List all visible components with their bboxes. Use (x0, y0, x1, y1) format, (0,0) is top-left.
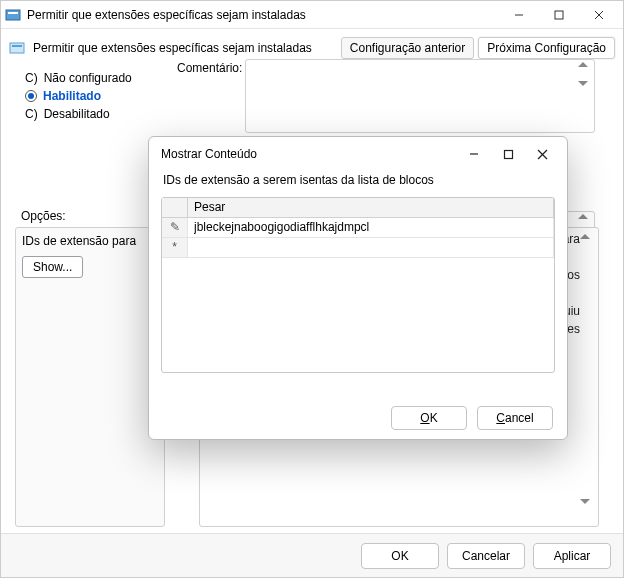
row-edit-marker: ✎ (162, 218, 188, 237)
scroll-up-icon[interactable] (580, 234, 590, 239)
show-contents-dialog: Mostrar Conteúdo IDs de extensão a serem… (148, 136, 568, 440)
ok-button[interactable]: OK (361, 543, 439, 569)
radio-disabled-label: Desabilitado (44, 107, 110, 121)
show-button[interactable]: Show... (22, 256, 83, 278)
svg-rect-3 (555, 11, 563, 19)
minimize-button[interactable] (499, 3, 539, 27)
dialog-maximize-button[interactable] (491, 141, 525, 167)
value-input[interactable] (194, 220, 547, 234)
dialog-close-button[interactable] (525, 141, 559, 167)
radio-enabled-dot (25, 90, 37, 102)
value-input-empty[interactable] (194, 240, 547, 254)
dialog-title: Mostrar Conteúdo (161, 147, 457, 161)
policy-icon (9, 40, 25, 56)
dialog-footer: OK Cancel (149, 397, 567, 439)
table-row[interactable]: ✎ (162, 218, 554, 238)
radio-enabled-label: Habilitado (43, 89, 101, 103)
row-new-marker: * (162, 238, 188, 257)
svg-rect-7 (12, 45, 22, 47)
radio-marker: C) (25, 71, 38, 85)
scroll-down-icon[interactable] (580, 499, 590, 504)
svg-rect-6 (10, 43, 24, 53)
footer: OK Cancelar Aplicar (1, 533, 623, 577)
close-button[interactable] (579, 3, 619, 27)
options-field-label: IDs de extensão para (22, 234, 158, 248)
grid-col-header: Pesar (188, 198, 554, 217)
value-grid[interactable]: Pesar ✎ * (161, 197, 555, 373)
sub-title: Permitir que extensões específicas sejam… (33, 41, 333, 55)
cancel-button[interactable]: Cancelar (447, 543, 525, 569)
maximize-button[interactable] (539, 3, 579, 27)
titlebar: Permitir que extensões específicas sejam… (1, 1, 623, 29)
grid-corner (162, 198, 188, 217)
dialog-cancel-button[interactable]: Cancel (477, 406, 553, 430)
scroll-up-icon[interactable] (578, 214, 588, 219)
svg-rect-1 (8, 12, 18, 14)
radio-not-configured-label: Não configurado (44, 71, 132, 85)
dialog-minimize-button[interactable] (457, 141, 491, 167)
options-panel: IDs de extensão para Show... (15, 227, 165, 527)
radio-marker: C) (25, 107, 38, 121)
comment-textarea[interactable] (245, 59, 595, 133)
apply-button[interactable]: Aplicar (533, 543, 611, 569)
dialog-instruction: IDs de extensão a serem isentas da lista… (163, 173, 555, 187)
body: C) Não configurado Habilitado C) Desabil… (1, 61, 623, 121)
options-label: Opções: (21, 209, 66, 223)
prev-setting-button[interactable]: Configuração anterior (341, 37, 474, 59)
dialog-ok-button[interactable]: OK (391, 406, 467, 430)
scroll-up-icon[interactable] (578, 62, 588, 67)
next-setting-button[interactable]: Próxima Configuração (478, 37, 615, 59)
window-title: Permitir que extensões específicas sejam… (27, 8, 499, 22)
dialog-titlebar: Mostrar Conteúdo (149, 137, 567, 171)
svg-rect-9 (504, 150, 512, 158)
app-icon (5, 7, 21, 23)
table-row[interactable]: * (162, 238, 554, 258)
comment-label: Comentário: (177, 61, 242, 75)
sub-header: Permitir que extensões específicas sejam… (1, 29, 623, 61)
scroll-down-icon[interactable] (578, 81, 588, 86)
svg-rect-0 (6, 10, 20, 20)
